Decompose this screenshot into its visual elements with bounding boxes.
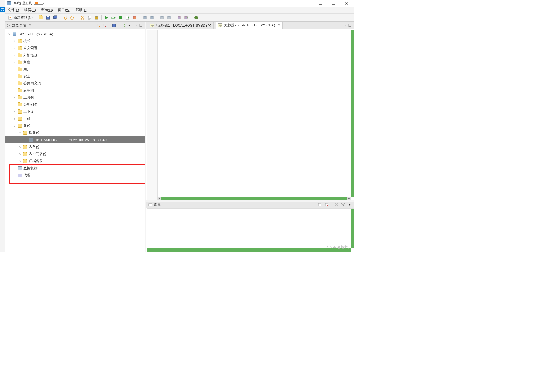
msg-clear-button[interactable] [324, 202, 329, 207]
svg-rect-39 [149, 204, 152, 206]
commit-button[interactable] [142, 14, 148, 21]
editor-hscroll[interactable]: ◂ ▸ [158, 197, 351, 200]
new-query-button[interactable]: ✱ 新建查询(N) [7, 14, 34, 21]
hdr-dropdown[interactable]: ▾ [127, 23, 132, 28]
tree-item-tablespace[interactable]: ▷表空间 [5, 87, 145, 94]
tree-item-backup[interactable]: ▽备份 [5, 122, 145, 129]
sql-icon: sql [150, 24, 154, 27]
scroll-right-icon[interactable]: ▸ [347, 197, 351, 200]
object-tree[interactable]: ▽ 192.168.1.6(SYSDBA) ▷模式 ▷全文索引 ▷外部链接 ▷角… [5, 29, 145, 252]
editor-tab-2[interactable]: sql 无标题2 - 192.168.1.6(SYSDBA) ✕ [216, 22, 283, 29]
run-script-button[interactable] [124, 14, 131, 21]
tb-btn-d[interactable] [183, 14, 189, 21]
stop-button[interactable] [117, 14, 124, 21]
run-button[interactable] [103, 14, 110, 21]
menu-window[interactable]: 窗口(W) [58, 8, 71, 12]
message-body[interactable] [147, 208, 354, 252]
hdr-maximize-button[interactable]: ❐ [139, 23, 144, 28]
svg-rect-23 [133, 16, 136, 19]
run-step-button[interactable] [110, 14, 117, 21]
hdr-minimize-button[interactable]: ▭ [133, 23, 138, 28]
search-icon [97, 24, 101, 27]
open-button[interactable] [38, 14, 44, 21]
editor-maximize-button[interactable]: ❐ [348, 23, 353, 28]
msg-hscroll[interactable] [147, 248, 351, 252]
close-button[interactable] [344, 1, 349, 6]
minimize-button[interactable] [318, 1, 323, 6]
editor-minimize-button[interactable]: ▭ [342, 23, 347, 28]
agent-icon [18, 174, 22, 177]
menu-query[interactable]: 查询(Q) [41, 8, 53, 12]
tree-item-db-backup[interactable]: ▽库备份 [5, 129, 145, 136]
tree-item-schema[interactable]: ▷模式 [5, 37, 145, 45]
save-all-button[interactable] [52, 14, 58, 21]
menu-file[interactable]: 文件(F) [8, 8, 19, 12]
tb-btn-b[interactable] [166, 14, 172, 21]
left-strip-tab[interactable]: 文 [0, 7, 5, 12]
folder-icon [18, 117, 22, 121]
copy-button[interactable] [86, 14, 93, 21]
folder-icon [18, 46, 22, 50]
debug-button[interactable] [193, 14, 200, 21]
tree-item-agent[interactable]: 代理 [5, 172, 145, 179]
tree-item-typealias[interactable]: 类型别名 [5, 101, 145, 108]
undo-button[interactable] [62, 14, 69, 21]
tb-btn-c[interactable] [176, 14, 182, 21]
tree-item-replication[interactable]: 数据复制 [5, 165, 145, 172]
bug-icon [194, 16, 198, 19]
backup-file-icon [29, 138, 33, 142]
tree-item-archive-backup[interactable]: ▷归档备份 [5, 158, 145, 165]
tree-item-synonym[interactable]: ▷公共同义词 [5, 80, 145, 87]
menu-edit[interactable]: 编辑(E) [24, 8, 36, 12]
tree-item-backup-file[interactable]: DB_DAMENG_FULL_2022_03_25_18_39_49 [5, 136, 145, 143]
save-button[interactable] [45, 14, 51, 21]
maximize-button[interactable] [331, 1, 336, 6]
msg-close-all-button[interactable] [341, 202, 345, 207]
grid2-icon [167, 16, 171, 20]
msg-vscroll[interactable] [351, 209, 354, 248]
msg-dropdown2[interactable]: ▾ [347, 202, 352, 207]
editor-text-area[interactable] [158, 30, 354, 200]
msg-dropdown-button[interactable]: ▾ [318, 202, 323, 207]
scroll-left-icon[interactable]: ◂ [158, 197, 161, 200]
folder-icon [23, 145, 27, 149]
save-all-icon [53, 15, 57, 20]
editor-vscroll[interactable] [351, 30, 354, 197]
tree-root[interactable]: ▽ 192.168.1.6(SYSDBA) [5, 30, 145, 37]
tree-item-role[interactable]: ▷角色 [5, 59, 145, 66]
redo-button[interactable] [69, 14, 76, 21]
hdr-refresh-button[interactable] [111, 23, 116, 28]
cut-button[interactable] [79, 14, 86, 21]
tree-item-fulltext[interactable]: ▷全文索引 [5, 45, 145, 52]
battery-icon [34, 2, 43, 5]
tree-item-external-link[interactable]: ▷外部链接 [5, 52, 145, 59]
paste-button[interactable] [93, 14, 100, 21]
svg-rect-9 [54, 16, 57, 18]
run-script-icon [126, 16, 130, 20]
hdr-expand-button[interactable] [121, 23, 126, 28]
twisty-down-icon[interactable]: ▽ [7, 32, 11, 36]
menu-help[interactable]: 帮助(H) [76, 8, 88, 12]
tree-item-context[interactable]: ▷上下文 [5, 108, 145, 115]
hdr-filter-button[interactable] [102, 23, 107, 28]
tree-item-ts-backup[interactable]: ▷表空间备份 [5, 150, 145, 158]
tab-close-icon[interactable]: ✕ [278, 24, 280, 27]
folder-icon [18, 96, 22, 99]
tree-item-catalog[interactable]: ▷目录 [5, 115, 145, 122]
hdr-search-button[interactable] [96, 23, 101, 28]
tree-item-toolkit[interactable]: ▷工具包 [5, 94, 145, 101]
rollback-icon [150, 16, 154, 20]
sql-editor[interactable]: ◂ ▸ [147, 30, 354, 200]
tree-item-user[interactable]: ▷用户 [5, 66, 145, 73]
msg-close-button[interactable] [334, 202, 339, 207]
tb-btn-a[interactable] [159, 14, 165, 21]
editor-tab-1[interactable]: sql *无标题1 - LOCALHOST(SYSDBA) [148, 22, 214, 29]
redo-icon [70, 16, 74, 20]
folder-icon [23, 131, 27, 135]
tree-item-security[interactable]: ▷安全 [5, 73, 145, 80]
explain-button[interactable] [132, 14, 138, 21]
panel-close-icon[interactable]: ✕ [29, 24, 31, 27]
tree-item-table-backup[interactable]: ▷表备份 [5, 143, 145, 150]
svg-rect-17 [96, 16, 97, 17]
rollback-button[interactable] [149, 14, 155, 21]
